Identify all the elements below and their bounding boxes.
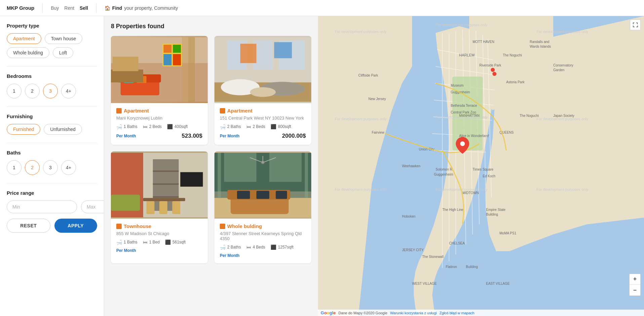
svg-point-125 (460, 141, 465, 146)
property-price-row-3: Per Month (220, 253, 306, 258)
svg-rect-10 (173, 45, 181, 53)
divider-4 (7, 183, 97, 183)
filter-townhouse[interactable]: Town house (45, 33, 83, 44)
svg-rect-24 (274, 42, 292, 58)
svg-text:Guggenheim: Guggenheim (434, 173, 453, 176)
svg-text:Riverside Park: Riverside Park (479, 63, 501, 67)
svg-rect-35 (159, 201, 167, 214)
property-type-1: Apartment (220, 108, 306, 114)
property-type-icon-0 (116, 108, 122, 114)
price-max-input[interactable] (81, 200, 104, 213)
svg-text:MoMA PS1: MoMA PS1 (499, 231, 516, 235)
svg-point-22 (250, 87, 276, 97)
svg-rect-53 (224, 153, 256, 182)
svg-text:For development purposes only: For development purposes only (536, 117, 589, 121)
property-price-1: 2000.00$ (282, 133, 306, 139)
svg-rect-32 (180, 172, 203, 187)
nav-divider (42, 3, 43, 13)
svg-text:For development purposes only: For development purposes only (436, 115, 488, 119)
svg-rect-9 (163, 45, 171, 53)
svg-text:Garden: Garden (553, 68, 564, 72)
property-card-0[interactable]: Apartment Marii Koryznowej Lublin 🛁 1 Ba… (111, 36, 208, 145)
bath-icon-0: 🛁 (116, 124, 122, 129)
bath-icon-3: 🛁 (220, 244, 226, 250)
bedroom-4plus[interactable]: 4+ (61, 84, 76, 98)
svg-rect-44 (237, 191, 250, 199)
nav-rent[interactable]: Rent (64, 5, 74, 11)
property-baths-1: 🛁 2 Baths (220, 124, 241, 129)
per-month-label-2: Per Month (116, 248, 136, 253)
reset-button[interactable]: RESET (7, 219, 50, 233)
filter-loft[interactable]: Loft (53, 47, 73, 58)
svg-text:Solomon R.: Solomon R. (436, 168, 453, 171)
map-zoom-out-button[interactable]: − (630, 285, 640, 296)
action-buttons: RESET APPLY (7, 219, 97, 233)
property-card-1[interactable]: Apartment 151 Central Park West NY 10023… (214, 36, 311, 145)
attribution-text-2[interactable]: Warunki korzystania z usługi (390, 311, 437, 315)
property-card-3[interactable]: Whole bulding 4/397 Stenner Street Kearn… (214, 151, 311, 263)
svg-text:Astoria Park: Astoria Park (506, 80, 525, 84)
results-count: 8 Properties found (111, 23, 311, 30)
topnav: MKP Group Buy Rent Sell 🏠 Find your prop… (0, 0, 644, 16)
property-address-0: Marii Koryznowej Lublin (116, 116, 202, 121)
map-placeholder[interactable]: HARLEM MANHATTAN Astoria Park New Jersey… (318, 16, 644, 316)
svg-text:New Jersey: New Jersey (368, 97, 386, 101)
svg-text:For development purposes only: For development purposes only (335, 30, 387, 34)
map-svg: HARLEM MANHATTAN Astoria Park New Jersey… (318, 16, 644, 316)
property-type-icon-1 (220, 108, 225, 114)
filter-apartment[interactable]: Apartment (7, 33, 41, 44)
apply-button[interactable]: APPLY (54, 219, 97, 233)
property-card-2[interactable]: Townhouse 855 W Madison St Chicago 🛁 1 B… (111, 151, 208, 263)
sqft-icon-1: ⬛ (271, 124, 276, 129)
nav-buy[interactable]: Buy (51, 5, 59, 11)
svg-rect-54 (269, 153, 301, 182)
property-body-1: Apartment 151 Central Park West NY 10023… (214, 103, 311, 145)
property-body-2: Townhouse 855 W Madison St Chicago 🛁 1 B… (111, 219, 208, 258)
svg-rect-23 (240, 44, 256, 63)
filter-unfurnished[interactable]: Unfurnished (44, 124, 82, 135)
svg-text:Hoboken: Hoboken (402, 215, 415, 218)
nav-sell[interactable]: Sell (80, 5, 88, 11)
svg-rect-11 (163, 54, 171, 65)
find-suffix: your property, Community (124, 5, 178, 11)
main-layout: Property type Apartment Town house Whole… (0, 16, 644, 316)
property-baths-0: 🛁 1 Baths (116, 124, 137, 129)
bedroom-3[interactable]: 3 (43, 84, 58, 98)
filter-furnished[interactable]: Furnished (7, 124, 40, 135)
bedroom-1[interactable]: 1 (7, 84, 22, 98)
property-meta-2: 🛁 1 Baths 🛏 1 Bed ⬛ 561sqft (116, 239, 202, 245)
svg-rect-52 (305, 153, 308, 198)
bath-2[interactable]: 2 (25, 160, 40, 175)
bath-4plus[interactable]: 4+ (61, 160, 76, 175)
svg-text:The High Line: The High Line (442, 208, 464, 212)
property-image-3 (214, 151, 311, 219)
svg-text:The Noguchi: The Noguchi (520, 114, 539, 118)
filter-whole-building[interactable]: Whole bulding (7, 47, 49, 58)
bedrooms-label: Bedrooms (7, 73, 97, 79)
property-beds-0: 🛏 2 Beds (143, 124, 162, 129)
bedroom-2[interactable]: 2 (25, 84, 40, 98)
map-zoom-in-button[interactable]: + (630, 274, 640, 285)
map-fullscreen-button[interactable] (630, 19, 641, 30)
svg-rect-46 (276, 191, 287, 199)
attribution-text-3[interactable]: Zgłoś błąd w mapach (440, 311, 475, 315)
property-image-2 (111, 151, 208, 219)
property-price-0: 523.00$ (182, 133, 202, 139)
baths-label: Baths (7, 150, 97, 155)
property-address-3: 4/397 Stenner Street Kearneys Spring Qld… (220, 231, 306, 241)
bath-1[interactable]: 1 (7, 160, 22, 175)
bath-3[interactable]: 3 (43, 160, 58, 175)
property-type-0: Apartment (116, 108, 202, 114)
bath-icon-2: 🛁 (116, 239, 122, 245)
property-beds-2: 🛏 1 Bed (143, 239, 160, 245)
price-inputs (7, 200, 97, 213)
price-min-input[interactable] (7, 200, 77, 213)
svg-text:For development purposes only: For development purposes only (335, 117, 387, 121)
svg-text:JERSEY CITY: JERSEY CITY (402, 248, 424, 252)
property-image-0 (111, 36, 208, 103)
sqft-icon-2: ⬛ (165, 239, 171, 245)
bedrooms-group: 1 2 3 4+ (7, 84, 97, 98)
bed-icon-0: 🛏 (143, 124, 148, 129)
svg-text:Empire State: Empire State (486, 208, 506, 212)
furnishing-label: Furnishing (7, 114, 97, 119)
